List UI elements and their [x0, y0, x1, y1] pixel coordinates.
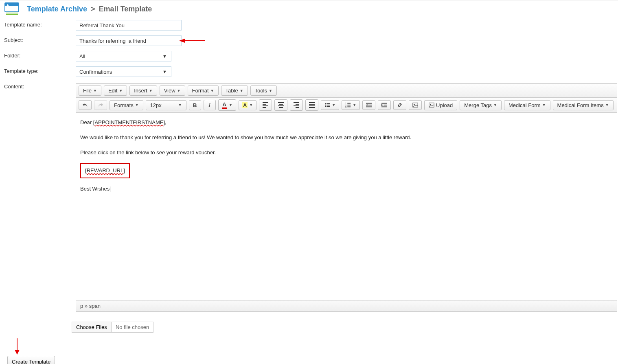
- content-reward: [REWARD_URL]: [80, 163, 613, 178]
- label-folder: Folder:: [4, 50, 73, 66]
- bold-button[interactable]: B: [189, 100, 201, 110]
- formats-dropdown[interactable]: Formats ▼: [110, 100, 143, 110]
- folder-select[interactable]: All ▼: [76, 51, 171, 61]
- label-subject: Subject:: [4, 35, 73, 50]
- undo-icon: [82, 102, 88, 108]
- svg-rect-22: [366, 107, 372, 107]
- svg-text:3: 3: [345, 106, 346, 108]
- svg-rect-10: [327, 105, 330, 105]
- editor-toolbar: Formats ▼ 12px ▼ B I A ▼ A ▼ ▼: [76, 98, 617, 113]
- bullet-list-icon: [324, 102, 330, 108]
- svg-rect-23: [381, 103, 387, 104]
- svg-rect-3: [6, 13, 18, 13]
- svg-rect-26: [381, 107, 387, 107]
- redo-button[interactable]: [94, 100, 107, 110]
- svg-point-30: [430, 104, 431, 105]
- upload-icon: [429, 102, 434, 108]
- template-name-input[interactable]: [76, 20, 182, 31]
- editor-statusbar: p » span: [76, 300, 617, 311]
- svg-marker-6: [179, 39, 185, 43]
- editor-content-area[interactable]: Dear [APPOINTMENTFIRSTNAME], We would li…: [76, 113, 617, 300]
- svg-point-11: [325, 106, 327, 107]
- align-center-button[interactable]: [274, 99, 287, 111]
- content-line1: We would like to thank you for referring…: [80, 134, 613, 142]
- outdent-icon: [366, 102, 372, 108]
- menu-table[interactable]: Table▼: [221, 86, 248, 96]
- label-template-name: Template name:: [4, 19, 73, 35]
- rich-text-editor: File▼ Edit▼ Insert▼ View▼ Format▼ Table▼…: [76, 83, 617, 312]
- align-left-icon: [263, 101, 268, 109]
- editor-menubar: File▼ Edit▼ Insert▼ View▼ Format▼ Table▼…: [76, 84, 617, 98]
- template-icon: A: [4, 2, 20, 16]
- background-color-icon: A: [242, 102, 248, 108]
- svg-rect-16: [347, 105, 351, 105]
- content-line2: Please click on the link below to see yo…: [80, 149, 613, 157]
- link-button[interactable]: [393, 100, 406, 110]
- choose-files-button[interactable]: Choose Files: [72, 322, 112, 332]
- menu-edit[interactable]: Edit▼: [104, 86, 127, 96]
- menu-insert[interactable]: Insert▼: [129, 86, 157, 96]
- menu-view[interactable]: View▼: [160, 86, 185, 96]
- undo-button[interactable]: [79, 100, 92, 110]
- svg-marker-20: [366, 104, 368, 106]
- breadcrumb: Template Archive > Email Template: [27, 5, 152, 13]
- svg-text:A: A: [7, 3, 9, 7]
- breadcrumb-current: Email Template: [99, 5, 152, 13]
- fontsize-dropdown[interactable]: 12px ▼: [146, 100, 186, 110]
- content-closing: Best Wishes: [80, 185, 613, 193]
- bullet-list-button[interactable]: ▼: [321, 100, 339, 110]
- page-header: A Template Archive > Email Template: [0, 0, 618, 19]
- svg-marker-32: [15, 350, 20, 355]
- label-template-type: Template type:: [4, 66, 73, 81]
- svg-rect-14: [347, 103, 351, 104]
- medical-form-dropdown[interactable]: Medical Form ▼: [504, 100, 550, 110]
- text-color-icon: A: [222, 101, 227, 109]
- align-center-icon: [278, 101, 284, 109]
- italic-icon: I: [208, 102, 210, 108]
- italic-button[interactable]: I: [204, 100, 216, 110]
- svg-rect-19: [366, 103, 372, 104]
- upload-button[interactable]: Upload: [424, 100, 457, 110]
- content-greeting: Dear [APPOINTMENTFIRSTNAME],: [80, 118, 613, 127]
- chevron-down-icon: ▼: [162, 54, 167, 59]
- indent-button[interactable]: [378, 100, 391, 110]
- file-chooser: Choose Files No file chosen: [72, 322, 153, 333]
- create-template-button[interactable]: Create Template: [7, 356, 55, 364]
- template-type-select[interactable]: Confirmations ▼: [76, 66, 171, 77]
- menu-file[interactable]: File▼: [79, 86, 101, 96]
- svg-rect-12: [327, 106, 330, 107]
- align-justify-icon: [309, 101, 315, 109]
- file-status-text: No file chosen: [112, 322, 153, 332]
- svg-point-7: [325, 103, 327, 104]
- align-right-icon: [294, 101, 299, 109]
- numbered-list-button[interactable]: 123 ▼: [342, 100, 360, 110]
- text-color-button[interactable]: A ▼: [218, 99, 236, 111]
- redo-icon: [98, 102, 103, 108]
- svg-rect-21: [368, 105, 372, 105]
- subject-input[interactable]: [76, 35, 182, 46]
- svg-point-28: [414, 104, 415, 105]
- label-content: Content:: [4, 81, 73, 316]
- numbered-list-icon: 123: [345, 102, 351, 108]
- chevron-down-icon: ▼: [162, 69, 167, 74]
- align-right-button[interactable]: [290, 99, 303, 111]
- align-left-button[interactable]: [259, 99, 272, 111]
- merge-tags-dropdown[interactable]: Merge Tags ▼: [460, 100, 502, 110]
- menu-tools[interactable]: Tools▼: [250, 86, 277, 96]
- background-color-button[interactable]: A ▼: [239, 100, 256, 110]
- medical-form-items-dropdown[interactable]: Medical Form Items ▼: [553, 100, 614, 110]
- indent-icon: [381, 102, 387, 108]
- bold-icon: B: [193, 102, 197, 108]
- link-icon: [397, 102, 403, 108]
- breadcrumb-sep: >: [91, 5, 95, 13]
- image-icon: [412, 102, 418, 108]
- menu-format[interactable]: Format▼: [188, 86, 219, 96]
- image-button[interactable]: [409, 100, 422, 110]
- align-justify-button[interactable]: [305, 99, 318, 111]
- folder-select-value: All: [79, 53, 85, 59]
- outdent-button[interactable]: [362, 100, 375, 110]
- svg-point-9: [325, 105, 327, 106]
- template-type-select-value: Confirmations: [79, 69, 112, 75]
- breadcrumb-root-link[interactable]: Template Archive: [27, 5, 87, 13]
- svg-rect-25: [384, 105, 387, 105]
